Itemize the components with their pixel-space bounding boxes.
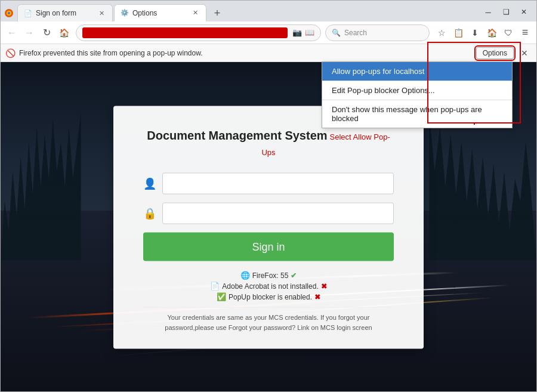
footer-text: Your credentials are same as your MCS cr… — [143, 307, 394, 332]
username-field-row: 👤 — [143, 173, 394, 195]
tab-options-label: Options — [132, 9, 187, 17]
address-url — [82, 27, 288, 38]
options-button[interactable]: Options — [476, 47, 514, 59]
bookmark-star-button[interactable]: ☆ — [434, 25, 449, 41]
popup-allow-item[interactable]: Allow pop-ups for localhost — [322, 62, 512, 81]
username-input[interactable] — [162, 173, 394, 195]
firefox-icon: 🌐 — [240, 271, 250, 280]
search-bar[interactable]: 🔍 Search — [325, 24, 430, 41]
title-bar: 📄 Sign on form ✕ ⚙️ Options ✕ + ─ ❑ ✕ — [1, 1, 536, 21]
close-button[interactable]: ✕ — [516, 5, 532, 18]
nav-bar: ← → ↻ 🏠 📷 📖 🔍 Search ☆ 📋 ⬇ 🏠 🛡 ≡ — [1, 21, 536, 44]
notification-bar: 🚫 Firefox prevented this site from openi… — [1, 44, 536, 62]
minimize-button[interactable]: ─ — [480, 5, 496, 18]
acrobat-cross: ✖ — [321, 282, 327, 290]
tab-signin-label: Sign on form — [36, 9, 94, 17]
tab-signin[interactable]: 📄 Sign on form ✕ — [17, 4, 113, 21]
login-title-text: Document Management System — [147, 129, 327, 142]
maximize-button[interactable]: ❑ — [498, 5, 514, 18]
signin-button[interactable]: Sign in — [143, 233, 394, 261]
tab-options-close[interactable]: ✕ — [191, 8, 200, 18]
popup-label: PopUp blocker is enabled. — [229, 292, 312, 301]
menu-button[interactable]: ≡ — [517, 25, 533, 41]
tab-signin-icon: 📄 — [24, 10, 32, 17]
firefox-check: ✔ — [291, 271, 297, 279]
address-bar[interactable]: 📷 📖 — [76, 24, 321, 41]
notification-icon: 🚫 — [5, 48, 16, 58]
svg-point-2 — [8, 12, 10, 14]
back-button[interactable]: ← — [4, 25, 20, 41]
popup-status-line: ✅ PopUp blocker is enabled. ✖ — [143, 292, 394, 301]
popup-edit-item[interactable]: Edit Pop-up blocker Options... — [322, 81, 512, 100]
status-info: 🌐 FireFox: 55 ✔ 📄 Adobe Acrobat is not i… — [143, 271, 394, 301]
window-controls: ─ ❑ ✕ — [480, 5, 532, 18]
password-field-row: 🔒 — [143, 203, 394, 224]
firefox-status-line: 🌐 FireFox: 55 ✔ — [143, 271, 394, 280]
tab-options[interactable]: ⚙️ Options ✕ — [114, 4, 206, 21]
password-input[interactable] — [162, 203, 394, 224]
address-icons: 📷 📖 — [292, 28, 314, 37]
popup-cross: ✖ — [314, 292, 320, 301]
login-card: Document Management SystemSelect Allow P… — [113, 106, 424, 349]
search-placeholder: Search — [344, 29, 423, 37]
popup-icon: ✅ — [217, 292, 226, 301]
firefox-label: FireFox: 55 — [252, 271, 289, 279]
password-icon: 🔒 — [143, 207, 156, 220]
home-button[interactable]: 🏠 — [56, 25, 72, 41]
reload-button[interactable]: ↻ — [39, 25, 54, 41]
new-tab-button[interactable]: + — [209, 5, 226, 21]
tab-options-icon: ⚙️ — [121, 9, 129, 17]
forward-button[interactable]: → — [21, 25, 37, 41]
search-icon: 🔍 — [332, 29, 341, 37]
home-nav-button[interactable]: 🏠 — [484, 25, 499, 41]
popup-dropdown: Allow pop-ups for localhost Edit Pop-up … — [322, 61, 513, 128]
shield-button[interactable]: 🛡 — [501, 25, 516, 41]
browser-logo — [3, 7, 15, 19]
reader-icon[interactable]: 📖 — [305, 28, 314, 37]
tab-signin-close[interactable]: ✕ — [97, 8, 106, 18]
notification-text: Firefox prevented this site from opening… — [19, 49, 473, 57]
nav-actions: ☆ 📋 ⬇ 🏠 🛡 ≡ — [434, 25, 533, 41]
screenshot-icon[interactable]: 📷 — [292, 28, 302, 37]
popup-dontshow-item[interactable]: Don't show this message when pop-ups are… — [322, 100, 512, 128]
acrobat-icon: 📄 — [210, 282, 220, 291]
notification-close-button[interactable]: ✕ — [517, 47, 532, 59]
username-icon: 👤 — [143, 177, 156, 190]
acrobat-status-line: 📄 Adobe Acrobat is not installed. ✖ — [143, 282, 394, 291]
download-button[interactable]: ⬇ — [467, 25, 483, 41]
bookmark-list-button[interactable]: 📋 — [450, 25, 466, 41]
acrobat-label: Adobe Acrobat is not installed. — [222, 282, 318, 290]
browser-window: 📄 Sign on form ✕ ⚙️ Options ✕ + ─ ❑ ✕ ← … — [0, 0, 537, 392]
login-title: Document Management SystemSelect Allow P… — [143, 128, 394, 159]
